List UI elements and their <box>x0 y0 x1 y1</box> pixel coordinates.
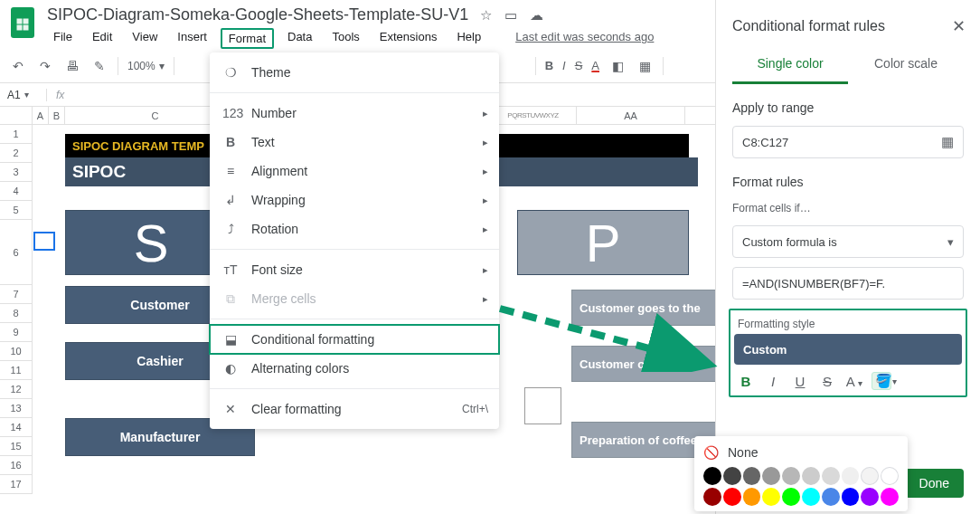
menu-format[interactable]: Format <box>221 28 274 49</box>
color-swatch[interactable] <box>762 488 780 506</box>
paint-format-icon[interactable]: ✎ <box>90 59 108 73</box>
color-swatch[interactable] <box>802 467 820 485</box>
menu-view[interactable]: View <box>126 28 164 49</box>
color-swatch[interactable] <box>782 488 800 506</box>
style-text-color-button[interactable]: A ▾ <box>844 374 864 389</box>
formula-input[interactable]: =AND(ISNUMBER(BF7)=F. <box>732 267 964 300</box>
color-swatch[interactable] <box>842 488 860 506</box>
color-swatch[interactable] <box>881 488 899 506</box>
no-fill-icon: 🚫 <box>703 445 719 460</box>
menu-extensions[interactable]: Extensions <box>373 28 444 49</box>
redo-icon[interactable]: ↷ <box>36 59 54 73</box>
menu-clear-formatting[interactable]: ✕Clear formattingCtrl+\ <box>210 395 499 424</box>
grid-icon[interactable]: ▦ <box>941 134 954 150</box>
menu-help[interactable]: Help <box>450 28 487 49</box>
print-icon[interactable]: 🖶 <box>63 59 81 73</box>
style-preview[interactable]: Custom <box>734 334 962 365</box>
rule-type-select[interactable]: Custom formula is ▾ <box>732 225 964 258</box>
color-swatch[interactable] <box>703 488 721 506</box>
range-value: C8:C127 <box>742 136 788 149</box>
style-bold-button[interactable]: B <box>736 374 756 389</box>
chevron-down-icon: ▾ <box>947 235 954 249</box>
last-edit-link[interactable]: Last edit was seconds ago <box>509 28 660 49</box>
alt-colors-icon: ◐ <box>222 361 239 376</box>
undo-icon[interactable]: ↶ <box>9 59 27 73</box>
color-swatch[interactable] <box>762 467 780 485</box>
menu-alternating-colors[interactable]: ◐Alternating colors <box>210 354 499 383</box>
style-fill-color-button[interactable]: 🪣▾ <box>872 372 891 390</box>
theme-icon: ❍ <box>222 65 239 80</box>
style-strike-button[interactable]: S <box>817 374 837 389</box>
menu-theme[interactable]: ❍Theme <box>210 58 499 87</box>
bold-button[interactable]: B <box>545 59 553 72</box>
col-tiny[interactable]: PQRSTUVWXYZ <box>490 107 577 124</box>
wrapping-icon: ↲ <box>222 193 239 207</box>
menu-number[interactable]: 123Number▸ <box>210 99 499 128</box>
number-icon: 123 <box>222 106 239 120</box>
menu-alignment[interactable]: ≡Alignment▸ <box>210 157 499 186</box>
color-swatch[interactable] <box>822 488 840 506</box>
menu-rotation[interactable]: ⤴Rotation▸ <box>210 214 499 243</box>
menu-wrapping[interactable]: ↲Wrapping▸ <box>210 186 499 214</box>
color-swatch[interactable] <box>743 488 761 506</box>
color-swatch[interactable] <box>861 467 879 485</box>
formula-value: =AND(ISNUMBER(BF7)=F. <box>742 277 885 290</box>
conditional-icon: ⬓ <box>222 332 239 347</box>
menu-text[interactable]: BText▸ <box>210 128 499 157</box>
italic-button[interactable]: I <box>562 59 566 72</box>
formatting-style-box: Formatting style Custom B I U S A ▾ 🪣▾ <box>729 309 967 397</box>
color-swatch[interactable] <box>723 488 741 506</box>
doc-title[interactable]: SIPOC-Diagram-Someka-Google-Sheets-Templ… <box>47 5 468 24</box>
fill-color-icon[interactable]: ◧ <box>608 59 627 73</box>
col-A[interactable]: A <box>33 107 49 124</box>
color-swatch[interactable] <box>703 467 721 485</box>
color-swatch[interactable] <box>842 467 860 485</box>
menu-file[interactable]: File <box>47 28 79 49</box>
text-icon: B <box>222 135 239 149</box>
row-headers[interactable]: 123 45 6 789 101112 131415 1617 <box>0 125 33 494</box>
merge-icon: ⧉ <box>222 291 239 307</box>
cells-if-label: Format cells if… <box>716 196 980 220</box>
color-swatch[interactable] <box>861 488 879 506</box>
close-icon[interactable]: ✕ <box>952 16 966 36</box>
zoom-select[interactable]: 100% ▾ <box>127 60 165 72</box>
alignment-icon: ≡ <box>222 164 239 178</box>
strike-button[interactable]: S <box>575 59 583 72</box>
color-swatch[interactable] <box>723 467 741 485</box>
clear-icon: ✕ <box>222 402 239 416</box>
color-swatch[interactable] <box>881 467 899 485</box>
move-icon[interactable]: ▭ <box>503 7 519 24</box>
formatting-style-label: Formatting style <box>734 314 962 334</box>
menu-conditional-formatting[interactable]: ⬓Conditional formatting <box>210 325 499 354</box>
none-label: None <box>728 445 758 460</box>
tab-color-scale[interactable]: Color scale <box>848 47 964 84</box>
menu-tools[interactable]: Tools <box>325 28 365 49</box>
menu-insert[interactable]: Insert <box>171 28 213 49</box>
text-color-button[interactable]: A <box>591 59 599 72</box>
fill-bucket-icon: 🪣 <box>875 373 892 389</box>
borders-icon[interactable]: ▦ <box>636 59 654 73</box>
fx-label: fx <box>47 89 73 101</box>
cloud-icon[interactable]: ☁ <box>528 7 544 24</box>
name-box[interactable]: A1▾ <box>0 89 47 101</box>
color-none-option[interactable]: 🚫 None <box>703 445 899 460</box>
style-underline-button[interactable]: U <box>790 374 810 389</box>
tab-single-color[interactable]: Single color <box>732 47 848 84</box>
color-swatch[interactable] <box>822 467 840 485</box>
done-button[interactable]: Done <box>905 469 964 498</box>
big-p[interactable]: P <box>517 210 689 275</box>
menu-font-size[interactable]: тTFont size▸ <box>210 255 499 284</box>
format-rules-label: Format rules <box>716 158 980 196</box>
menu-data[interactable]: Data <box>281 28 318 49</box>
col-B[interactable]: B <box>49 107 65 124</box>
style-italic-button[interactable]: I <box>763 374 783 389</box>
color-swatch[interactable] <box>743 467 761 485</box>
panel-title: Conditional format rules <box>732 18 885 34</box>
color-swatch[interactable] <box>782 467 800 485</box>
empty-mini-box[interactable] <box>524 387 561 424</box>
color-swatch[interactable] <box>802 488 820 506</box>
menu-edit[interactable]: Edit <box>86 28 118 49</box>
col-AA[interactable]: AA <box>577 107 685 124</box>
range-input[interactable]: C8:C127 ▦ <box>732 126 964 158</box>
star-icon[interactable]: ☆ <box>477 7 494 24</box>
